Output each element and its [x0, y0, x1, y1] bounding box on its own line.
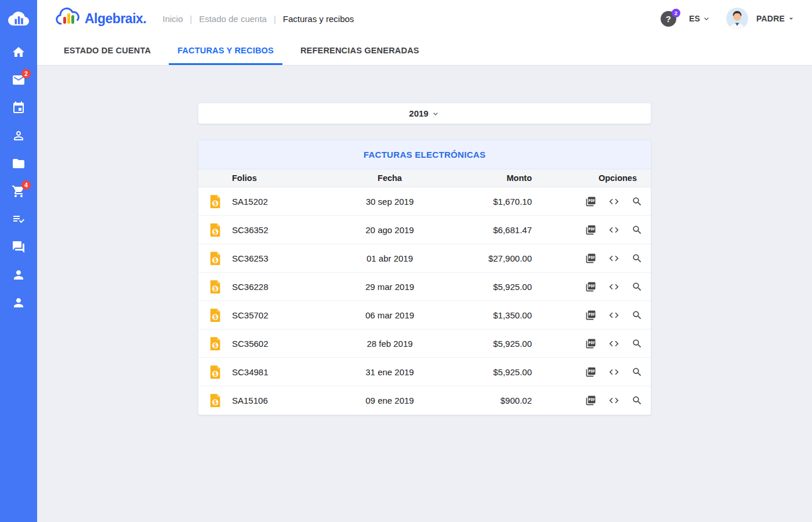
user-name: PADRE — [756, 14, 785, 23]
folder-icon — [12, 157, 26, 173]
search-icon[interactable] — [631, 224, 643, 235]
person-outline-icon — [12, 129, 26, 145]
search-icon[interactable] — [631, 395, 643, 407]
invoice-folio: SC36228 — [232, 282, 338, 292]
pdf-icon[interactable] — [585, 366, 596, 378]
sidebar-item-profile[interactable] — [0, 123, 37, 151]
svg-text:$: $ — [213, 342, 217, 349]
search-icon[interactable] — [631, 366, 643, 378]
calendar-icon — [12, 101, 26, 117]
invoice-folio: SA15106 — [232, 396, 338, 405]
header-actions: ? 2 ES PADRE — [661, 8, 796, 30]
pdf-icon[interactable] — [585, 252, 596, 264]
year-value: 2019 — [409, 108, 428, 118]
chevron-down-icon — [702, 14, 711, 23]
sidebar-item-documents[interactable] — [0, 151, 37, 179]
table-row: $ SA15202 30 sep 2019 $1,670.10 — [198, 187, 651, 216]
column-header-folios: Folios — [232, 173, 338, 183]
avatar[interactable] — [726, 8, 748, 30]
table-row: $ SC36228 29 mar 2019 $5,925.00 — [198, 273, 651, 301]
svg-text:$: $ — [213, 229, 217, 235]
invoice-doc-icon: $ — [198, 223, 232, 237]
invoice-doc-icon: $ — [198, 280, 232, 294]
invoice-monto: $5,925.00 — [442, 282, 532, 292]
sidebar-item-tasks[interactable] — [0, 206, 37, 234]
search-icon[interactable] — [631, 338, 643, 349]
table-row: $ SC35702 06 mar 2019 $1,350.00 — [198, 301, 651, 329]
invoice-folio: SC34981 — [232, 367, 338, 377]
sidebar-item-store[interactable]: 4 — [0, 179, 37, 206]
table-row: $ SA15106 09 ene 2019 $900.02 — [198, 386, 651, 415]
user-menu[interactable]: PADRE — [756, 14, 796, 23]
sidebar-item-student[interactable] — [0, 262, 37, 290]
brand-name: Algebraix. — [85, 11, 146, 27]
search-icon[interactable] — [631, 309, 643, 321]
search-icon[interactable] — [631, 281, 643, 292]
person-icon — [12, 268, 26, 284]
tab-referencias-generadas[interactable]: REFERENCIAS GENERADAS — [292, 37, 428, 65]
xml-icon[interactable] — [608, 224, 619, 235]
brand-logo: Algebraix. — [55, 8, 146, 30]
xml-icon[interactable] — [608, 338, 619, 349]
cart-badge: 4 — [21, 180, 31, 190]
invoice-options — [532, 281, 651, 292]
svg-text:$: $ — [213, 257, 217, 263]
invoice-options — [532, 224, 651, 235]
pdf-icon[interactable] — [585, 224, 596, 235]
top-header: Algebraix. Inicio | Estado de cuenta | F… — [37, 0, 812, 37]
sidebar-item-messages[interactable]: 2 — [0, 67, 37, 95]
chat-icon — [12, 240, 26, 256]
sidebar-item-chat[interactable] — [0, 234, 37, 262]
xml-icon[interactable] — [608, 195, 619, 207]
pdf-icon[interactable] — [585, 281, 596, 292]
invoice-folio: SC36253 — [232, 253, 338, 263]
breadcrumb-inicio[interactable]: Inicio — [162, 14, 183, 24]
search-icon[interactable] — [631, 252, 643, 264]
pdf-icon[interactable] — [585, 395, 596, 407]
year-selector[interactable]: 2019 — [198, 103, 651, 124]
invoice-folio: SC35702 — [232, 310, 338, 320]
checklist-icon — [12, 212, 26, 229]
invoice-fecha: 28 feb 2019 — [338, 339, 442, 349]
sidebar-item-calendar[interactable] — [0, 95, 37, 123]
invoices-card-title: FACTURAS ELECTRÓNICAS — [198, 140, 651, 169]
search-icon[interactable] — [631, 195, 643, 207]
column-header-opciones: Opciones — [532, 173, 651, 183]
chevron-down-icon — [431, 109, 440, 118]
breadcrumb-estado-de-cuenta[interactable]: Estado de cuenta — [199, 14, 267, 24]
language-selector[interactable]: ES — [689, 14, 711, 23]
help-button[interactable]: ? 2 — [661, 11, 676, 27]
invoice-doc-icon: $ — [198, 393, 232, 408]
xml-icon[interactable] — [608, 281, 619, 292]
invoice-doc-icon: $ — [198, 251, 232, 266]
pdf-icon[interactable] — [585, 309, 596, 321]
column-header-fecha: Fecha — [338, 173, 442, 183]
invoice-doc-icon: $ — [198, 194, 232, 209]
breadcrumb-current: Facturas y recibos — [283, 14, 354, 24]
svg-text:$: $ — [213, 285, 217, 292]
cloud-chart-icon — [0, 0, 37, 37]
tab-estado-de-cuenta[interactable]: ESTADO DE CUENTA — [55, 37, 160, 65]
tab-facturas-y-recibos[interactable]: FACTURAS Y RECIBOS — [169, 37, 282, 65]
xml-icon[interactable] — [608, 366, 619, 378]
breadcrumb: Inicio | Estado de cuenta | Facturas y r… — [162, 14, 354, 24]
xml-icon[interactable] — [608, 252, 619, 264]
tab-bar: ESTADO DE CUENTA FACTURAS Y RECIBOS REFE… — [37, 37, 812, 66]
sidebar-item-home[interactable] — [0, 39, 37, 67]
xml-icon[interactable] — [608, 309, 619, 321]
column-header-monto: Monto — [442, 173, 532, 183]
main-content: 2019 FACTURAS ELECTRÓNICAS Folios Fecha … — [37, 66, 812, 522]
table-row: $ SC36253 01 abr 2019 $27,900.00 — [198, 244, 651, 273]
pdf-icon[interactable] — [585, 195, 596, 207]
svg-text:$: $ — [213, 314, 217, 320]
table-row: $ SC36352 20 ago 2019 $6,681.47 — [198, 216, 651, 244]
sidebar-item-parent[interactable] — [0, 290, 37, 318]
pdf-icon[interactable] — [585, 338, 596, 349]
invoice-fecha: 30 sep 2019 — [338, 197, 442, 206]
invoice-monto: $6,681.47 — [442, 225, 532, 235]
xml-icon[interactable] — [608, 395, 619, 407]
chevron-down-icon — [786, 14, 796, 23]
invoice-fecha: 20 ago 2019 — [338, 225, 442, 235]
invoice-monto: $27,900.00 — [442, 253, 532, 263]
breadcrumb-separator: | — [190, 14, 192, 24]
